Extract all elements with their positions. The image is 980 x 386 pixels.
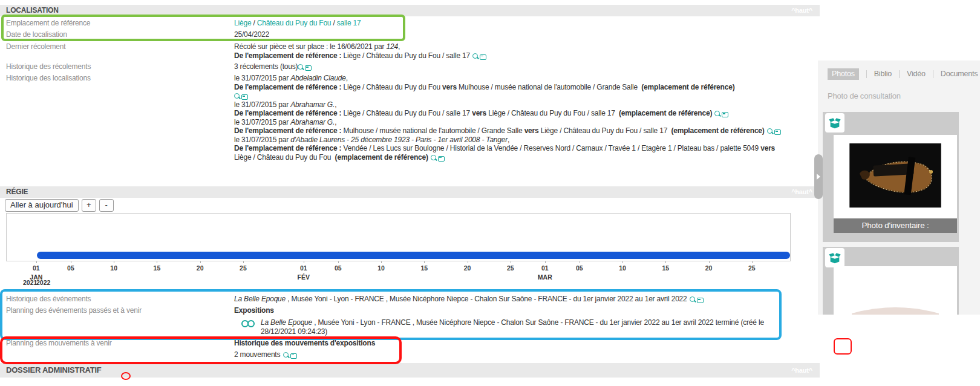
field-label: Date de localisation — [0, 30, 234, 39]
media-tabs: Photos Biblio Vidéo Documents — [828, 68, 980, 80]
tab-photos[interactable]: Photos — [828, 68, 859, 80]
open-box-icon[interactable] — [825, 113, 844, 132]
view-actions — [283, 352, 297, 358]
location-link[interactable]: Château du Puy du Fou — [257, 19, 332, 27]
media-panel: Photos Biblio Vidéo Documents Photo de c… — [818, 61, 980, 315]
back-to-top-link[interactable]: ^haut^ — [791, 366, 820, 375]
export-window-icon[interactable] — [697, 298, 704, 303]
tab-documents[interactable]: Documents — [941, 70, 978, 79]
magnifier-icon[interactable] — [714, 111, 720, 116]
field-value: 3 récolements (tous) — [234, 62, 782, 71]
view-actions — [431, 155, 445, 160]
timeline-tick: 15 — [650, 261, 681, 273]
tab-divider — [899, 70, 900, 78]
view-actions — [714, 111, 728, 116]
location-link[interactable]: Liège — [234, 19, 251, 27]
field-value: La Belle Epoque , Musée Yoni - Lyon - FR… — [234, 295, 782, 304]
field-label: Historique des événements — [0, 295, 234, 304]
export-window-icon[interactable] — [290, 353, 297, 359]
magnifier-icon[interactable] — [472, 53, 478, 59]
magnifier-icon[interactable] — [234, 93, 240, 99]
timeline-ticks: 2021 2022 01JAN051015202501FÉV0510152025… — [6, 261, 791, 287]
mouvements-title: Historique des mouvements d'expositions — [234, 339, 782, 348]
section-title: DOSSIER ADMINISTRATIF — [0, 366, 102, 375]
timeline-tick: 01JAN — [21, 261, 51, 281]
mouvements-count: 2 mouvements — [234, 350, 782, 359]
row-historique-evenements: Historique des événements La Belle Epoqu… — [0, 295, 782, 304]
inventory-photo[interactable] — [849, 143, 941, 210]
magnifier-icon[interactable] — [431, 155, 436, 160]
field-value: Liège / Château du Puy du Fou / salle 17 — [234, 19, 782, 28]
localisation-history-entry: le 31/07/2015 par Abrahamar G., De l'emp… — [234, 100, 782, 118]
timeline-tick: 10 — [99, 261, 129, 273]
recolement-line2: De l'emplacement de référence : Liège / … — [234, 51, 782, 61]
open-box-glyph — [828, 116, 841, 129]
second-photo-partial — [834, 266, 957, 315]
section-header-dossier-administratif: DOSSIER ADMINISTRATIF ^haut^ — [0, 363, 820, 378]
row-historique-localisations: Historique des localisations le 31/07/20… — [0, 74, 782, 162]
timeline-tick: 20 — [185, 261, 215, 273]
export-window-icon[interactable] — [480, 54, 486, 60]
timeline-tick: 20 — [452, 261, 483, 273]
zoom-in-button[interactable]: + — [82, 199, 96, 212]
back-to-top-link[interactable]: ^haut^ — [791, 6, 820, 15]
timeline-toolbar: Aller à aujourd'hui+- — [5, 199, 117, 212]
magnifier-icon[interactable] — [298, 64, 303, 70]
photo-card[interactable]: Photo d'inventaire : — [823, 112, 959, 242]
timeline-tick: 25 — [228, 261, 258, 273]
timeline-tick: 01MAR — [530, 261, 560, 281]
localisation-history-entry: le 31/07/2015 par Abrahamar G., De l'emp… — [234, 118, 782, 136]
zoom-out-button[interactable]: - — [99, 199, 114, 212]
tab-biblio[interactable]: Biblio — [874, 70, 892, 79]
timeline-tick: 05 — [564, 261, 595, 273]
photo-frame[interactable] — [834, 266, 957, 315]
photo-card[interactable] — [823, 247, 959, 315]
row-dernier-recolement: Dernier récolement Récolé sur pièce et s… — [0, 42, 782, 60]
event-item-text: La Belle Epoque , Musée Yoni - Lyon - FR… — [261, 318, 781, 336]
section-header-localisation: LOCALISATION ^haut^ — [0, 5, 820, 16]
field-label: Historique des localisations — [0, 74, 234, 83]
magnifier-icon[interactable] — [767, 128, 773, 134]
view-actions — [767, 128, 781, 134]
photo-frame[interactable]: Photo d'inventaire : — [834, 135, 957, 233]
page: pièce (et sur place) LOCALISATION ^haut^… — [0, 0, 980, 386]
export-window-icon[interactable] — [722, 112, 728, 117]
export-window-icon[interactable] — [438, 156, 445, 162]
view-actions — [298, 64, 312, 70]
localisation-history-entry: le 31/07/2015 par d'Abadie Laurens - 25 … — [234, 136, 782, 162]
open-box-glyph — [828, 251, 841, 264]
timeline-tick: 15 — [409, 261, 439, 273]
location-link[interactable]: salle 17 — [337, 19, 361, 27]
view-actions — [472, 53, 486, 59]
export-window-icon[interactable] — [305, 65, 312, 71]
export-window-icon[interactable] — [241, 94, 248, 100]
section-header-regie: RÉGIE ^haut^ — [0, 186, 820, 198]
field-value: 25/04/2022 — [234, 30, 782, 39]
row-planning-mouvements: Planning des mouvements à venir Historiq… — [0, 339, 782, 359]
timeline-tick: 05 — [323, 261, 353, 273]
row-historique-recolements: Historique des récolements 3 récolements… — [0, 62, 782, 71]
export-window-icon[interactable] — [774, 129, 781, 135]
magnifier-icon[interactable] — [690, 296, 695, 302]
separator: / — [331, 19, 336, 27]
timeline-tick: 25 — [737, 261, 767, 273]
field-label: Planning des mouvements à venir — [0, 339, 234, 348]
tab-video[interactable]: Vidéo — [907, 70, 926, 79]
magnifier-icon[interactable] — [283, 352, 289, 358]
go-to-today-button[interactable]: Aller à aujourd'hui — [5, 199, 79, 212]
timeline-tick: 25 — [495, 261, 526, 273]
timeline-plot[interactable] — [6, 213, 791, 261]
recolement-line1: Récolé sur pièce et sur place : le 16/06… — [234, 42, 782, 51]
timeline-bar[interactable] — [37, 252, 790, 259]
glasses-icon[interactable] — [241, 320, 256, 327]
open-box-icon[interactable] — [825, 248, 844, 267]
row-planning-evenements-item: La Belle Epoque , Musée Yoni - Lyon - FR… — [0, 318, 782, 336]
field-value: le 31/07/2015 par Abdeladin Claude, De l… — [234, 74, 782, 162]
separator: / — [251, 19, 256, 27]
timeline-tick: 10 — [366, 261, 396, 273]
panel-collapse-handle[interactable] — [814, 154, 823, 199]
section-title: LOCALISATION — [0, 6, 59, 15]
hurdy-gurdy-photo — [849, 143, 941, 208]
photo-consultation-label: Photo de consultation — [828, 92, 980, 101]
events-group-title: Expositions — [234, 306, 782, 315]
